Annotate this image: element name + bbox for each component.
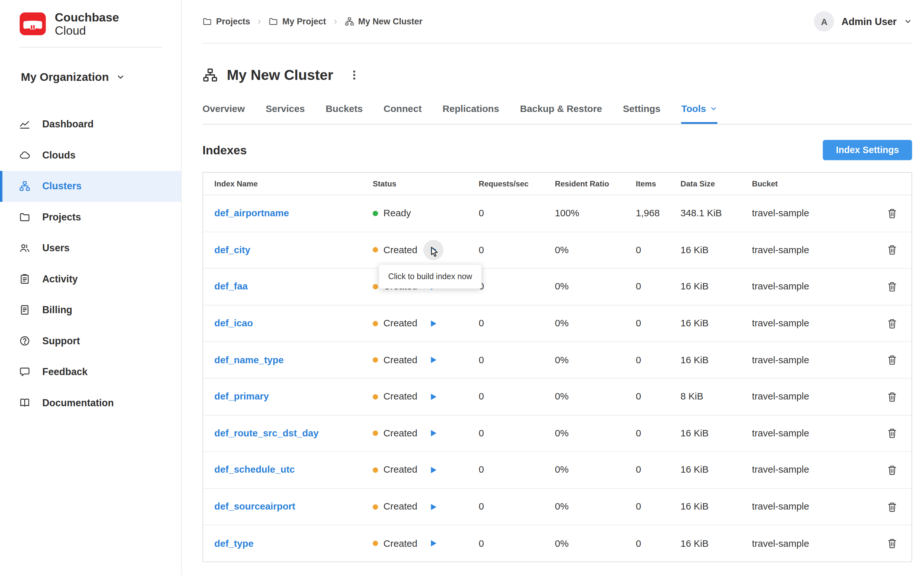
sidebar-item-support[interactable]: Support bbox=[0, 326, 181, 356]
tab-label: Connect bbox=[384, 103, 422, 114]
folder-icon bbox=[202, 17, 212, 26]
sidebar-item-label: Feedback bbox=[42, 367, 87, 378]
build-index-button[interactable] bbox=[424, 387, 443, 406]
delete-index-button[interactable] bbox=[886, 464, 898, 475]
index-name-link[interactable]: def_city bbox=[214, 245, 250, 255]
cell-bucket-name: travel-sample bbox=[752, 428, 875, 438]
index-name-link[interactable]: def_icao bbox=[214, 318, 253, 328]
tab-tools[interactable]: Tools bbox=[681, 103, 718, 124]
status-dot bbox=[373, 248, 378, 253]
index-settings-button[interactable]: Index Settings bbox=[823, 140, 912, 160]
table-header-row: Index NameStatusRequests/secResident Rat… bbox=[203, 173, 911, 195]
breadcrumb-label: Projects bbox=[216, 17, 250, 26]
brand-product: Cloud bbox=[55, 24, 119, 38]
sidebar-item-dashboard[interactable]: Dashboard bbox=[0, 109, 181, 140]
breadcrumb-item-my-new-cluster[interactable]: My New Cluster bbox=[345, 17, 422, 26]
delete-index-button[interactable] bbox=[886, 501, 898, 512]
cell-items-count: 0 bbox=[636, 318, 681, 329]
breadcrumb-label: My Project bbox=[282, 17, 326, 26]
sidebar-item-users[interactable]: Users bbox=[0, 233, 181, 264]
tab-bar: OverviewServicesBucketsConnectReplicatio… bbox=[202, 103, 912, 124]
org-selector[interactable]: My Organization bbox=[0, 48, 181, 98]
delete-index-button[interactable] bbox=[886, 208, 898, 219]
status-label: Created bbox=[383, 428, 418, 438]
top-header: ProjectsMy ProjectMy New Cluster A Admin… bbox=[202, 0, 912, 43]
kebab-menu-icon[interactable] bbox=[348, 69, 360, 81]
delete-index-button[interactable] bbox=[886, 391, 898, 402]
breadcrumb-item-my-project[interactable]: My Project bbox=[268, 17, 326, 26]
tab-backup-restore[interactable]: Backup & Restore bbox=[520, 103, 602, 124]
sidebar-item-documentation[interactable]: Documentation bbox=[0, 388, 181, 418]
cluster-icon bbox=[345, 17, 354, 26]
tab-services[interactable]: Services bbox=[266, 103, 305, 124]
column-header: Items bbox=[636, 179, 681, 188]
build-index-button[interactable] bbox=[424, 424, 443, 443]
chevron-down-icon bbox=[904, 17, 912, 26]
index-name-link[interactable]: def_route_src_dst_day bbox=[214, 428, 319, 438]
cell-requests-per-sec: 0 bbox=[479, 354, 555, 365]
indexes-table: Index NameStatusRequests/secResident Rat… bbox=[202, 172, 912, 562]
cell-resident-ratio: 0% bbox=[555, 354, 635, 365]
build-index-button[interactable] bbox=[424, 314, 443, 333]
breadcrumb: ProjectsMy ProjectMy New Cluster bbox=[202, 17, 422, 26]
build-index-button[interactable] bbox=[424, 240, 443, 259]
table-body: def_airportnameReady0100%1,968348.1 KiBt… bbox=[203, 195, 911, 562]
index-name-link[interactable]: def_airportname bbox=[214, 208, 289, 218]
status-cell: Created bbox=[373, 305, 479, 342]
cell-resident-ratio: 0% bbox=[555, 391, 635, 402]
sidebar-item-label: Clouds bbox=[42, 149, 76, 161]
status-cell: Created bbox=[373, 379, 479, 415]
delete-index-button[interactable] bbox=[886, 245, 898, 256]
status-dot bbox=[373, 321, 378, 326]
sidebar-item-clusters[interactable]: Clusters bbox=[0, 171, 181, 202]
sidebar-item-projects[interactable]: Projects bbox=[0, 202, 181, 233]
user-menu[interactable]: A Admin User bbox=[814, 11, 912, 32]
table-row: def_typeCreated00%016 KiBtravel-sample bbox=[203, 525, 911, 561]
breadcrumb-item-projects[interactable]: Projects bbox=[202, 17, 250, 26]
chevron-down-icon bbox=[116, 73, 125, 81]
sidebar-item-billing[interactable]: Billing bbox=[0, 295, 181, 326]
delete-index-button[interactable] bbox=[886, 428, 898, 439]
index-name-link[interactable]: def_sourceairport bbox=[214, 502, 295, 512]
index-name-link[interactable]: def_schedule_utc bbox=[214, 465, 295, 475]
tab-settings[interactable]: Settings bbox=[623, 103, 660, 124]
sidebar-item-label: Support bbox=[42, 335, 80, 346]
brand: Couchbase Cloud bbox=[0, 8, 181, 47]
cluster-icon bbox=[202, 67, 218, 83]
tab-replications[interactable]: Replications bbox=[443, 103, 499, 124]
delete-index-button[interactable] bbox=[886, 318, 898, 329]
build-index-button[interactable] bbox=[424, 534, 443, 553]
index-name-link[interactable]: def_type bbox=[214, 538, 254, 548]
delete-index-button[interactable] bbox=[886, 281, 898, 292]
cell-items-count: 0 bbox=[636, 354, 681, 365]
main-content: ProjectsMy ProjectMy New Cluster A Admin… bbox=[182, 0, 924, 575]
table-row: def_primaryCreated00%08 KiBtravel-sample bbox=[203, 379, 911, 415]
sidebar-item-feedback[interactable]: Feedback bbox=[0, 356, 181, 387]
cell-requests-per-sec: 0 bbox=[479, 465, 555, 475]
tab-label: Replications bbox=[443, 103, 499, 114]
status-label: Ready bbox=[383, 208, 411, 219]
status-dot bbox=[373, 211, 378, 216]
sidebar-item-activity[interactable]: Activity bbox=[0, 264, 181, 295]
avatar: A bbox=[814, 11, 834, 32]
index-name-link[interactable]: def_faa bbox=[214, 281, 248, 292]
status-cell: Created bbox=[373, 525, 479, 561]
tab-connect[interactable]: Connect bbox=[384, 103, 422, 124]
index-name-link[interactable]: def_primary bbox=[214, 391, 269, 402]
build-index-button[interactable] bbox=[424, 350, 443, 369]
build-index-button[interactable] bbox=[424, 461, 443, 480]
cell-items-count: 0 bbox=[636, 391, 681, 402]
delete-index-button[interactable] bbox=[886, 354, 898, 365]
delete-index-button[interactable] bbox=[886, 538, 898, 549]
status-dot bbox=[373, 541, 378, 546]
table-row: def_sourceairportCreated00%016 KiBtravel… bbox=[203, 489, 911, 525]
index-name-link[interactable]: def_name_type bbox=[214, 354, 284, 365]
tab-overview[interactable]: Overview bbox=[202, 103, 245, 124]
cell-data-size: 16 KiB bbox=[681, 245, 752, 255]
tab-buckets[interactable]: Buckets bbox=[325, 103, 363, 124]
sidebar-item-clouds[interactable]: Clouds bbox=[0, 140, 181, 171]
cell-resident-ratio: 0% bbox=[555, 538, 635, 549]
cell-requests-per-sec: 0 bbox=[479, 281, 555, 292]
build-index-button[interactable] bbox=[424, 497, 443, 516]
column-header: Data Size bbox=[681, 179, 752, 188]
